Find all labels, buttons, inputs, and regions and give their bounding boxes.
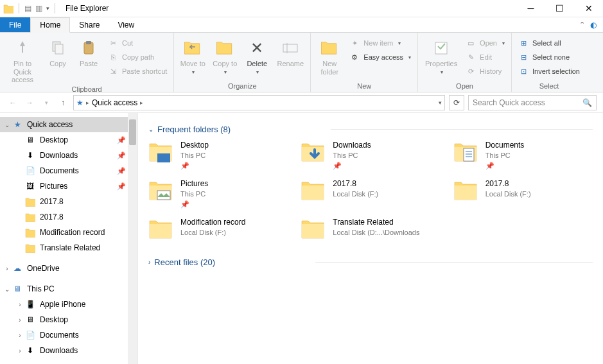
ribbon-collapse-icon[interactable]: ⌃ xyxy=(579,21,585,29)
folder-item[interactable]: Desktop This PC 📌 xyxy=(148,141,288,170)
folder-item[interactable]: Translate Related Local Disk (D:...\Down… xyxy=(301,218,440,243)
section-recent-files[interactable]: › Recent files (20) xyxy=(148,257,593,267)
folder-location: This PC xyxy=(333,151,371,160)
sidebar-this-pc[interactable]: ⌄ 🖥 This PC xyxy=(0,281,137,297)
chevron-right-icon[interactable]: ▸ xyxy=(140,100,143,106)
sidebar-item[interactable]: ›📱Apple iPhone xyxy=(0,297,137,312)
device-icon: 🖥 xyxy=(24,314,36,325)
sidebar-item-label: 2017.8 xyxy=(40,212,64,221)
paste-shortcut-button[interactable]: ⇲Paste shortcut xyxy=(105,65,170,78)
sidebar-item[interactable]: ›🖥Desktop xyxy=(0,312,137,327)
pin-icon: 📌 xyxy=(180,161,209,170)
sidebar-item[interactable]: ⬇Downloads📌 xyxy=(0,148,137,163)
cut-button[interactable]: ✂Cut xyxy=(105,37,170,49)
folder-name: Translate Related xyxy=(333,218,419,228)
history-button[interactable]: ⟳History xyxy=(463,65,507,78)
section-frequent-folders[interactable]: ⌄ Frequent folders (8) xyxy=(148,125,593,134)
expand-icon[interactable]: › xyxy=(3,265,12,272)
expand-icon[interactable]: › xyxy=(15,332,24,339)
invert-selection-button[interactable]: ⊡Invert selection xyxy=(516,65,582,78)
forward-button[interactable]: → xyxy=(23,96,36,109)
folder-location: This PC xyxy=(180,151,209,160)
sidebar-item[interactable]: 📄Documents📌 xyxy=(0,163,137,178)
folder-item[interactable]: Documents This PC 📌 xyxy=(453,141,593,170)
sidebar-scrollbar[interactable] xyxy=(128,113,137,364)
pin-icon: 📌 xyxy=(485,161,525,170)
sidebar-item[interactable]: Modification record xyxy=(0,225,137,240)
sidebar-item[interactable]: 2017.8 xyxy=(0,194,137,209)
maximize-button[interactable]: ☐ xyxy=(545,0,574,17)
folder-location: This PC xyxy=(485,151,525,160)
address-bar[interactable]: ★ ▸ Quick access ▸ ▾ xyxy=(73,95,445,110)
address-segment[interactable]: Quick access xyxy=(92,98,137,107)
pin-icon: 📌 xyxy=(117,182,126,191)
sidebar-item[interactable]: 🖼Pictures📌 xyxy=(0,178,137,194)
svg-rect-4 xyxy=(283,44,297,52)
help-icon[interactable]: ◐ xyxy=(590,21,597,30)
collapse-icon[interactable]: ⌄ xyxy=(3,286,12,293)
folder-item[interactable]: 2017.8 Local Disk (F:) xyxy=(453,179,593,209)
chevron-right-icon[interactable]: ▸ xyxy=(86,100,89,106)
folder-location: Local Disk (F:) xyxy=(333,189,378,198)
delete-button[interactable]: ✕ Delete▾ xyxy=(242,35,272,81)
chevron-right-icon: › xyxy=(148,259,150,266)
expand-icon[interactable]: › xyxy=(15,301,24,308)
tab-file[interactable]: File xyxy=(0,17,30,32)
pin-quickaccess-button[interactable]: Pin to Quick access xyxy=(4,35,41,84)
close-button[interactable]: ✕ xyxy=(574,0,603,17)
chevron-down-icon: ⌄ xyxy=(148,126,153,133)
minimize-button[interactable]: ─ xyxy=(516,0,545,17)
sidebar-item[interactable]: ›📄Documents xyxy=(0,327,137,343)
folder-icon xyxy=(148,218,174,243)
refresh-button[interactable]: ⟳ xyxy=(449,95,464,110)
folder-item[interactable]: Modification record Local Disk (F:) xyxy=(148,218,288,243)
easy-access-button[interactable]: ⚙Easy access▾ xyxy=(347,51,414,64)
navbar: ← → ▾ ↑ ★ ▸ Quick access ▸ ▾ ⟳ Search Qu… xyxy=(0,92,603,113)
sidebar-onedrive[interactable]: › ☁ OneDrive xyxy=(0,261,137,276)
folder-location: Local Disk (D:...\Downloads xyxy=(333,228,419,237)
new-folder-button[interactable]: New folder xyxy=(315,35,344,81)
folder-icon xyxy=(24,196,36,207)
folder-item[interactable]: Downloads This PC 📌 xyxy=(301,141,440,170)
qat-dropdown-icon[interactable]: ▾ xyxy=(46,5,49,12)
select-all-button[interactable]: ⊞Select all xyxy=(516,37,582,49)
tab-home[interactable]: Home xyxy=(30,17,70,33)
ribbon-tabs: File Home Share View ⌃ ◐ xyxy=(0,17,603,33)
collapse-icon[interactable]: ⌄ xyxy=(3,121,12,128)
back-button[interactable]: ← xyxy=(6,96,19,109)
address-dropdown-icon[interactable]: ▾ xyxy=(439,100,442,106)
open-button[interactable]: ▭Open▾ xyxy=(463,37,507,49)
properties-button[interactable]: Properties▾ xyxy=(422,35,460,81)
qat-properties-icon[interactable]: ▤ xyxy=(24,4,31,13)
expand-icon[interactable]: › xyxy=(15,316,24,324)
sidebar-item[interactable]: Translate Related xyxy=(0,240,137,256)
folder-name: Desktop xyxy=(180,141,209,151)
sidebar-item[interactable]: ›⬇Downloads xyxy=(0,343,137,358)
copy-path-button[interactable]: ⎘Copy path xyxy=(105,51,170,64)
title-bar: ▤ ▥ ▾ File Explorer ─ ☐ ✕ xyxy=(0,0,603,17)
expand-icon[interactable]: › xyxy=(15,347,24,354)
copy-button[interactable]: Copy xyxy=(44,35,72,84)
sidebar-item-label: Translate Related xyxy=(40,243,100,252)
qat-newfolder-icon[interactable]: ▥ xyxy=(35,4,42,13)
folder-item[interactable]: 2017.8 Local Disk (F:) xyxy=(301,179,440,209)
sidebar-item-label: Apple iPhone xyxy=(40,300,85,309)
sidebar-item[interactable]: 2017.8 xyxy=(0,209,137,225)
edit-button[interactable]: ✎Edit xyxy=(463,51,507,64)
copy-to-button[interactable]: Copy to▾ xyxy=(210,35,240,81)
recent-dropdown-icon[interactable]: ▾ xyxy=(40,96,53,109)
folder-item[interactable]: Pictures This PC 📌 xyxy=(148,179,288,209)
move-to-button[interactable]: Move to▾ xyxy=(178,35,207,81)
sidebar-quick-access[interactable]: ⌄ ★ Quick access xyxy=(0,117,137,132)
pin-icon: 📌 xyxy=(117,167,126,175)
rename-button[interactable]: Rename xyxy=(274,35,306,81)
search-input[interactable]: Search Quick access 🔍 xyxy=(468,95,597,110)
sidebar-item[interactable]: 🖥Desktop📌 xyxy=(0,132,137,148)
monitor-icon: 🖥 xyxy=(12,283,23,295)
up-button[interactable]: ↑ xyxy=(57,96,69,109)
select-none-button[interactable]: ⊟Select none xyxy=(516,51,582,64)
tab-view[interactable]: View xyxy=(109,17,143,32)
paste-button[interactable]: Paste xyxy=(74,35,103,84)
new-item-button[interactable]: ✦New item▾ xyxy=(347,37,414,49)
tab-share[interactable]: Share xyxy=(70,17,109,32)
